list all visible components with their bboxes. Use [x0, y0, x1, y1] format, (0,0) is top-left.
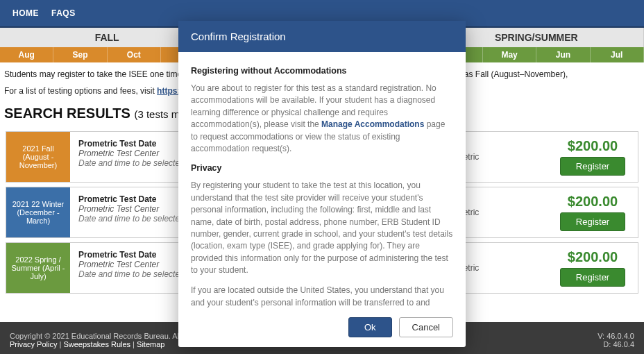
- ok-button[interactable]: Ok: [348, 317, 392, 337]
- modal-h1: Registering without Accommodations: [191, 66, 453, 76]
- modal-h2: Privacy: [191, 163, 453, 173]
- modal-p3: If you are located outside the United St…: [191, 285, 453, 310]
- modal-p1: You are about to register for this test …: [191, 83, 453, 155]
- modal-overlay: Confirm Registration Registering without…: [0, 0, 644, 354]
- cancel-button[interactable]: Cancel: [399, 317, 453, 337]
- modal-footer: Ok Cancel: [178, 310, 466, 347]
- modal-body: Registering without Accommodations You a…: [178, 52, 466, 310]
- confirm-registration-modal: Confirm Registration Registering without…: [178, 21, 466, 347]
- manage-accommodations-link[interactable]: Manage Accommodations: [321, 119, 424, 129]
- modal-title: Confirm Registration: [178, 21, 466, 52]
- modal-p2: By registering your student to take the …: [191, 180, 453, 276]
